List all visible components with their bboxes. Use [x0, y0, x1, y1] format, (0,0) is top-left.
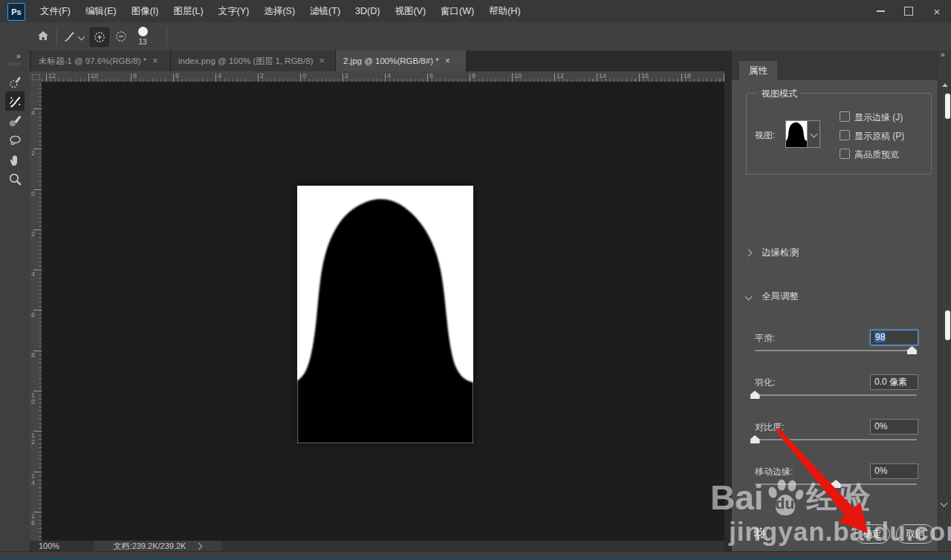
section-edge-detection[interactable]: 边缘检测	[746, 246, 932, 259]
hand-icon	[8, 153, 22, 166]
brush-tool[interactable]	[5, 111, 25, 130]
menu-image[interactable]: 图像(I)	[124, 0, 166, 22]
ruler-number: 0	[31, 191, 35, 198]
scrollbar-thumb-bottom[interactable]	[945, 310, 950, 340]
maximize-button[interactable]	[895, 0, 923, 22]
document-tab-index-png[interactable]: index.png @ 100% (图层 1, RGB/8) ×	[171, 51, 336, 71]
photoshop-logo: Ps	[7, 3, 25, 21]
contrast-slider-track[interactable]	[755, 439, 917, 440]
collapse-toolbar-icon[interactable]: »	[16, 52, 20, 60]
menu-filter[interactable]: 滤镜(T)	[302, 0, 348, 22]
menu-view[interactable]: 视图(V)	[387, 0, 433, 22]
ruler-number: 8	[472, 72, 476, 79]
menu-file[interactable]: 文件(F)	[33, 0, 78, 22]
vertical-ruler: 42024681 01 21 41 6	[30, 82, 42, 541]
scroll-down-icon[interactable]	[941, 500, 948, 507]
cancel-button[interactable]: 取消	[896, 524, 935, 544]
panel-scroll-strip: »	[938, 51, 951, 551]
edge-detection-label: 边缘检测	[762, 247, 799, 259]
view-thumbnail[interactable]	[785, 120, 808, 148]
minimize-button[interactable]	[866, 0, 895, 22]
ruler-number: 8	[31, 352, 35, 359]
document-sizes-text: 文档:239.2K/239.2K	[114, 541, 186, 552]
horizontal-ruler: 121086420246810121416182	[42, 71, 724, 82]
toolbar-grip	[8, 62, 22, 66]
menu-layer[interactable]: 图层(L)	[166, 0, 210, 22]
high-quality-preview-label: 高品质预览	[854, 149, 899, 161]
section-global-refinements[interactable]: 全局调整	[746, 290, 932, 303]
feather-slider-track[interactable]	[755, 394, 917, 396]
ruler-number: 4	[218, 72, 221, 79]
show-edge-checkbox[interactable]	[840, 111, 850, 122]
feather-label: 羽化:	[755, 377, 775, 389]
menu-type[interactable]: 文字(Y)	[211, 0, 257, 22]
menu-bar: 文件(F) 编辑(E) 图像(I) 图层(L) 文字(Y) 选择(S) 滤镜(T…	[33, 0, 528, 22]
contrast-label: 对比度:	[755, 421, 784, 434]
brush-size-preview-icon	[138, 27, 148, 36]
subtract-from-selection-button[interactable]	[112, 27, 130, 45]
smooth-slider-handle[interactable]	[907, 346, 917, 354]
brush-size-widget[interactable]: 13	[133, 25, 152, 48]
zoom-level-field[interactable]: 100%	[39, 541, 59, 550]
view-mode-title: 视图模式	[758, 88, 801, 100]
settings-gear-icon[interactable]	[752, 526, 767, 541]
refine-edge-brush-tool[interactable]	[5, 91, 25, 111]
high-quality-preview-checkbox[interactable]	[840, 149, 850, 159]
tab-properties[interactable]: 属性	[739, 61, 777, 80]
menu-help[interactable]: 帮助(H)	[481, 0, 528, 22]
close-button[interactable]: ×	[923, 0, 951, 22]
ruler-number: 16	[641, 72, 649, 79]
ruler-number: 14	[599, 72, 606, 79]
shift-edge-input[interactable]: 0%	[870, 463, 918, 479]
properties-panel-header: 属性	[732, 51, 938, 80]
menu-3d[interactable]: 3D(D)	[348, 0, 387, 22]
brush-preset-button[interactable]	[62, 30, 84, 43]
home-button[interactable]	[36, 30, 50, 43]
document-tab-untitled[interactable]: 未标题-1 @ 97.6%(RGB/8) * ×	[31, 51, 171, 71]
menu-edit[interactable]: 编辑(E)	[78, 0, 124, 22]
contrast-input[interactable]: 0%	[870, 419, 918, 434]
document-tab-2-jpg[interactable]: 2.jpg @ 100%(RGB/8#) * ×	[336, 51, 467, 71]
lasso-icon	[8, 134, 22, 148]
ruler-number: 18	[684, 72, 691, 79]
tab-close-icon[interactable]: ×	[319, 56, 325, 66]
menu-select[interactable]: 选择(S)	[256, 0, 302, 22]
scroll-up-icon[interactable]	[942, 83, 948, 87]
smooth-slider-track[interactable]	[755, 350, 917, 351]
contrast-slider-handle[interactable]	[750, 435, 760, 443]
lasso-tool[interactable]	[5, 131, 25, 150]
quick-selection-tool[interactable]	[5, 72, 25, 91]
ok-button[interactable]: 确定	[854, 524, 890, 544]
add-to-selection-button[interactable]	[90, 27, 109, 47]
collapse-panel-icon[interactable]: »	[941, 51, 944, 59]
hand-tool[interactable]	[5, 150, 25, 169]
tab-close-icon[interactable]: ×	[445, 56, 450, 66]
show-edge-label: 显示边缘 (J)	[854, 111, 903, 124]
zoom-tool[interactable]	[5, 169, 25, 189]
ruler-number: 1 2	[31, 432, 35, 446]
show-original-checkbox[interactable]	[840, 130, 850, 140]
canvas-area[interactable]	[42, 82, 724, 541]
photoshop-window: Ps 文件(F) 编辑(E) 图像(I) 图层(L) 文字(Y) 选择(S) 滤…	[0, 0, 951, 560]
feather-slider-row: 羽化: 0.0 像素	[749, 374, 935, 411]
feather-slider-handle[interactable]	[750, 391, 760, 399]
view-dropdown-button[interactable]	[808, 120, 820, 148]
smooth-input[interactable]: 98	[870, 330, 918, 345]
tab-close-icon[interactable]: ×	[152, 56, 158, 66]
home-icon	[36, 30, 50, 43]
ruler-number: 6	[429, 72, 433, 79]
status-expand-icon[interactable]	[195, 542, 203, 550]
feather-input[interactable]: 0.0 像素	[870, 374, 918, 390]
scrollbar-thumb-top[interactable]	[945, 94, 950, 119]
shift-edge-slider-track[interactable]	[755, 484, 917, 485]
document-image[interactable]	[297, 186, 473, 443]
view-thumbnail-image	[786, 121, 807, 147]
document-info-field[interactable]: 文档:239.2K/239.2K	[94, 541, 221, 551]
show-original-label: 显示原稿 (P)	[854, 130, 904, 143]
menu-window[interactable]: 窗口(W)	[433, 0, 481, 22]
chevron-right-icon	[745, 249, 753, 256]
shift-edge-slider-handle[interactable]	[831, 480, 841, 488]
ruler-origin-icon	[32, 74, 40, 80]
subtract-selection-icon	[114, 30, 128, 43]
tab-label: 2.jpg @ 100%(RGB/8#) *	[343, 56, 439, 65]
